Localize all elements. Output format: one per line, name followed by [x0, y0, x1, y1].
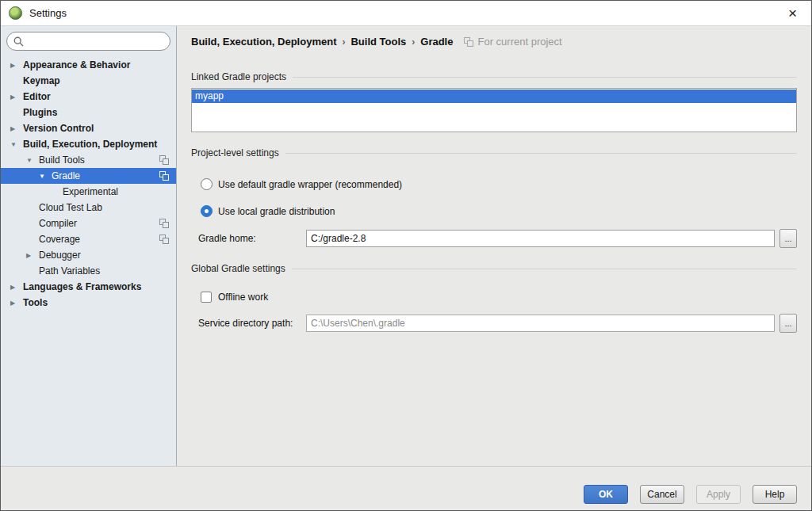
- settings-sidebar: ▶Appearance & BehaviorKeymap▶EditorPlugi…: [1, 26, 177, 466]
- sidebar-item-label: Path Variables: [39, 265, 100, 276]
- sidebar-item-label: Languages & Frameworks: [23, 281, 141, 292]
- for-current-project-badge: For current project: [464, 36, 561, 48]
- breadcrumb-part[interactable]: Gradle: [420, 36, 453, 48]
- settings-tree: ▶Appearance & BehaviorKeymap▶EditorPlugi…: [1, 57, 176, 466]
- sidebar-item-build-execution-deployment[interactable]: ▼Build, Execution, Deployment: [1, 136, 176, 152]
- help-button[interactable]: Help: [753, 485, 797, 504]
- list-item-myapp[interactable]: myapp: [192, 90, 796, 103]
- sidebar-item-tools[interactable]: ▶Tools: [1, 295, 176, 311]
- project-level-icon: [159, 155, 169, 165]
- radio-default-wrapper-row[interactable]: Use default gradle wrapper (recommended): [201, 178, 797, 190]
- project-level-icon: [159, 235, 169, 244]
- project-level-icon: [159, 219, 169, 228]
- breadcrumb-part[interactable]: Build Tools: [350, 36, 406, 48]
- radio-default-wrapper[interactable]: [201, 178, 213, 190]
- android-studio-icon: [9, 6, 22, 20]
- cancel-button[interactable]: Cancel: [640, 485, 684, 504]
- section-title: Project-level settings: [191, 147, 279, 158]
- sidebar-item-gradle[interactable]: ▼Gradle: [1, 168, 176, 184]
- sidebar-item-label: Gradle: [52, 170, 80, 181]
- sidebar-item-compiler[interactable]: Compiler: [1, 215, 176, 231]
- offline-work-row[interactable]: Offline work: [201, 292, 797, 303]
- chevron-collapsed-icon[interactable]: ▶: [10, 284, 23, 291]
- browse-button[interactable]: ...: [779, 314, 797, 333]
- sidebar-item-debugger[interactable]: ▶Debugger: [1, 247, 176, 263]
- sidebar-item-cloud-test-lab[interactable]: Cloud Test Lab: [1, 200, 176, 215]
- sidebar-item-label: Debugger: [39, 250, 81, 261]
- sidebar-item-label: Coverage: [39, 234, 80, 245]
- service-directory-input[interactable]: [306, 315, 775, 332]
- sidebar-item-languages-frameworks[interactable]: ▶Languages & Frameworks: [1, 279, 176, 295]
- sidebar-item-label: Compiler: [39, 218, 77, 229]
- sidebar-item-label: Keymap: [23, 75, 60, 86]
- browse-button[interactable]: ...: [779, 229, 797, 248]
- for-current-project-label: For current project: [477, 36, 561, 48]
- search-icon: [13, 36, 24, 47]
- sidebar-item-appearance-behavior[interactable]: ▶Appearance & Behavior: [1, 57, 176, 73]
- project-level-icon: [464, 37, 473, 47]
- sidebar-item-path-variables[interactable]: Path Variables: [1, 263, 176, 279]
- radio-local-distribution-row[interactable]: Use local gradle distribution: [201, 205, 797, 217]
- close-icon[interactable]: ×: [782, 4, 803, 22]
- service-directory-row: Service directory path: ...: [198, 314, 797, 333]
- sidebar-item-label: Build Tools: [39, 154, 85, 166]
- checkbox-label[interactable]: Offline work: [218, 292, 268, 303]
- sidebar-item-label: Cloud Test Lab: [39, 202, 102, 213]
- offline-work-checkbox[interactable]: [201, 292, 212, 303]
- sidebar-item-label: Appearance & Behavior: [23, 59, 130, 71]
- chevron-expanded-icon[interactable]: ▼: [26, 157, 39, 164]
- sidebar-item-label: Build, Execution, Deployment: [23, 139, 157, 150]
- linked-projects-list[interactable]: myapp: [191, 88, 797, 132]
- breadcrumb-separator: ›: [412, 36, 415, 48]
- radio-local-distribution[interactable]: [201, 205, 213, 217]
- linked-projects-header: Linked Gradle projects: [191, 71, 797, 82]
- global-settings-header: Global Gradle settings: [191, 263, 797, 274]
- section-rule: [293, 77, 797, 78]
- section-rule: [285, 153, 797, 154]
- sidebar-item-label: Editor: [23, 91, 51, 102]
- gradle-home-label: Gradle home:: [198, 233, 306, 244]
- sidebar-item-plugins[interactable]: Plugins: [1, 105, 176, 120]
- chevron-collapsed-icon[interactable]: ▶: [10, 93, 23, 101]
- section-title: Linked Gradle projects: [191, 71, 286, 82]
- gradle-home-row: Gradle home: ...: [198, 229, 797, 248]
- gradle-home-input[interactable]: [306, 230, 775, 247]
- breadcrumb: Build, Execution, Deployment › Build Too…: [191, 36, 797, 48]
- sidebar-item-label: Tools: [23, 297, 48, 308]
- sidebar-item-version-control[interactable]: ▶Version Control: [1, 120, 176, 136]
- breadcrumb-separator: ›: [342, 36, 345, 48]
- project-level-icon: [159, 171, 169, 181]
- gradle-settings-panel: Build, Execution, Deployment › Build Too…: [177, 26, 811, 466]
- settings-dialog: Settings × ▶Appearance & BehaviorKeymap▶…: [0, 0, 812, 511]
- search-input[interactable]: [28, 36, 163, 47]
- chevron-expanded-icon[interactable]: ▼: [39, 173, 52, 180]
- sidebar-item-experimental[interactable]: Experimental: [1, 184, 176, 200]
- sidebar-item-label: Plugins: [23, 107, 57, 118]
- sidebar-item-label: Version Control: [23, 123, 94, 134]
- chevron-collapsed-icon[interactable]: ▶: [10, 299, 23, 307]
- ok-button[interactable]: OK: [584, 485, 628, 504]
- chevron-collapsed-icon[interactable]: ▶: [26, 252, 39, 259]
- sidebar-item-label: Experimental: [63, 186, 118, 197]
- chevron-expanded-icon[interactable]: ▼: [10, 141, 23, 148]
- window-title: Settings: [29, 7, 67, 19]
- project-level-header: Project-level settings: [191, 147, 797, 158]
- service-directory-label: Service directory path:: [198, 318, 306, 329]
- button-bar: OK Cancel Apply Help: [1, 466, 811, 510]
- sidebar-item-keymap[interactable]: Keymap: [1, 73, 176, 89]
- section-rule: [292, 269, 797, 269]
- title-bar: Settings ×: [1, 1, 811, 26]
- radio-label[interactable]: Use default gradle wrapper (recommended): [218, 179, 402, 190]
- breadcrumb-part[interactable]: Build, Execution, Deployment: [191, 36, 336, 48]
- section-title: Global Gradle settings: [191, 263, 285, 274]
- radio-label[interactable]: Use local gradle distribution: [218, 206, 335, 217]
- sidebar-item-coverage[interactable]: Coverage: [1, 231, 176, 247]
- sidebar-item-build-tools[interactable]: ▼Build Tools: [1, 152, 176, 168]
- sidebar-item-editor[interactable]: ▶Editor: [1, 89, 176, 105]
- chevron-collapsed-icon[interactable]: ▶: [10, 125, 23, 132]
- chevron-collapsed-icon[interactable]: ▶: [10, 62, 23, 69]
- search-box[interactable]: [6, 32, 170, 51]
- apply-button: Apply: [696, 485, 741, 504]
